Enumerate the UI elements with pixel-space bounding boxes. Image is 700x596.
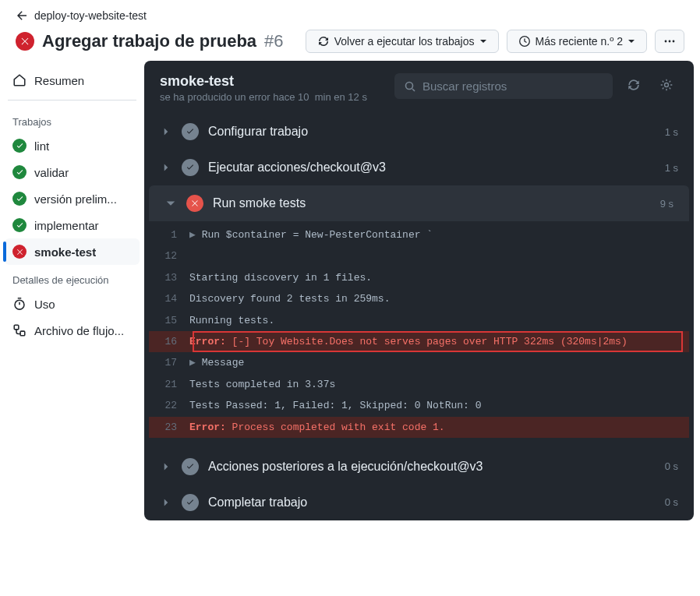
details-section-header: Detalles de ejecución bbox=[5, 265, 140, 291]
chevron-right-icon bbox=[160, 462, 172, 471]
line-number: 13 bbox=[149, 269, 189, 287]
refresh-logs-button[interactable] bbox=[622, 73, 645, 99]
line-text: Starting discovery in 1 files. bbox=[189, 269, 678, 287]
usage-link[interactable]: Uso bbox=[5, 291, 140, 317]
recent-run-label: Más reciente n.º 2 bbox=[536, 35, 624, 48]
job-smoke-test[interactable]: smoke-test bbox=[5, 238, 140, 265]
svg-rect-5 bbox=[14, 325, 19, 330]
job-subtitle: se ha producido un error hace 10 min en … bbox=[160, 91, 385, 103]
job-implementar[interactable]: implementar bbox=[5, 212, 140, 238]
chevron-right-icon bbox=[160, 127, 172, 136]
line-number: 17 bbox=[149, 354, 189, 372]
log-output: 1▶ Run $container = New-PesterContainer … bbox=[149, 221, 689, 449]
caret-down-icon bbox=[479, 37, 487, 45]
job-label: lint bbox=[34, 139, 49, 153]
clock-icon bbox=[518, 35, 531, 48]
step-row[interactable]: Run smoke tests9 s bbox=[149, 185, 689, 221]
log-line: 21Tests completed in 3.37s bbox=[149, 374, 689, 395]
job-label: validar bbox=[34, 166, 69, 179]
step-row[interactable]: Configurar trabajo1 s bbox=[144, 114, 694, 150]
line-number: 12 bbox=[149, 247, 189, 265]
run-title: Agregar trabajo de prueba bbox=[42, 31, 256, 51]
step-duration: 1 s bbox=[665, 126, 678, 138]
check-icon bbox=[182, 458, 199, 475]
search-icon bbox=[404, 80, 416, 93]
log-line: 22Tests Passed: 1, Failed: 1, Skipped: 0… bbox=[149, 395, 689, 416]
job-title: smoke-test bbox=[160, 73, 385, 90]
check-icon bbox=[182, 494, 199, 511]
step-label: Completar trabajo bbox=[208, 495, 656, 510]
kebab-icon bbox=[663, 35, 676, 48]
job-lint[interactable]: lint bbox=[5, 132, 140, 159]
svg-rect-6 bbox=[20, 331, 25, 336]
chevron-down-icon bbox=[164, 198, 177, 209]
log-settings-button[interactable] bbox=[655, 73, 678, 99]
x-icon bbox=[186, 195, 203, 212]
workflow-file-link[interactable]: Archivo de flujo... bbox=[5, 317, 140, 344]
step-row[interactable]: Acciones posteriores a la ejecución/chec… bbox=[144, 449, 694, 485]
line-text: ▶ Message bbox=[189, 354, 678, 372]
rerun-jobs-button[interactable]: Volver a ejecutar los trabajos bbox=[306, 30, 499, 53]
caret-down-icon bbox=[628, 37, 635, 45]
line-text bbox=[189, 247, 678, 265]
line-number: 21 bbox=[149, 376, 189, 393]
summary-label: Resumen bbox=[34, 74, 84, 87]
line-number: 16 bbox=[149, 333, 189, 351]
line-text: Error: [-] Toy Website.Does not serves p… bbox=[189, 333, 678, 351]
back-link[interactable]: deploy-toy-website-test bbox=[16, 9, 684, 22]
svg-point-2 bbox=[669, 41, 671, 43]
log-line: 12 bbox=[149, 245, 689, 266]
step-label: Run smoke tests bbox=[213, 196, 651, 210]
check-icon bbox=[12, 192, 27, 206]
check-icon bbox=[182, 159, 199, 176]
divider bbox=[8, 100, 136, 101]
search-input[interactable]: Buscar registros bbox=[394, 73, 613, 99]
sidebar: Resumen Trabajos lint validar versión pr… bbox=[0, 61, 144, 527]
chevron-right-icon bbox=[160, 498, 172, 507]
line-text: Error: Process completed with exit code … bbox=[189, 418, 678, 436]
job-version-prelim[interactable]: versión prelim... bbox=[5, 185, 140, 212]
rerun-jobs-label: Volver a ejecutar los trabajos bbox=[334, 35, 475, 48]
stopwatch-icon bbox=[12, 297, 27, 311]
line-text: Running tests. bbox=[189, 312, 678, 330]
run-number: #6 bbox=[264, 31, 283, 51]
more-actions-button[interactable] bbox=[655, 30, 684, 53]
step-row[interactable]: Completar trabajo0 s bbox=[144, 485, 694, 520]
line-number: 14 bbox=[149, 290, 189, 308]
line-number: 23 bbox=[149, 418, 189, 436]
home-icon bbox=[12, 73, 27, 87]
gear-icon bbox=[659, 78, 673, 92]
recent-run-button[interactable]: Más reciente n.º 2 bbox=[507, 30, 648, 53]
usage-label: Uso bbox=[34, 298, 55, 311]
check-icon bbox=[12, 139, 27, 153]
log-line: 16Error: [-] Toy Website.Does not serves… bbox=[149, 331, 689, 352]
log-line: 14Discovery found 2 tests in 259ms. bbox=[149, 288, 689, 309]
run-status-icon bbox=[16, 32, 34, 51]
job-label: implementar bbox=[34, 219, 99, 232]
jobs-section-header: Trabajos bbox=[5, 107, 140, 132]
step-duration: 0 s bbox=[665, 496, 678, 508]
step-duration: 1 s bbox=[665, 162, 678, 174]
step-duration: 0 s bbox=[665, 460, 678, 472]
workflow-icon bbox=[12, 323, 27, 337]
step-label: Configurar trabajo bbox=[208, 125, 656, 139]
job-validar[interactable]: validar bbox=[5, 159, 140, 185]
step-label: Acciones posteriores a la ejecución/chec… bbox=[208, 460, 656, 474]
svg-point-8 bbox=[665, 83, 669, 87]
arrow-left-icon bbox=[16, 9, 28, 22]
disclosure-icon[interactable]: ▶ bbox=[189, 229, 202, 241]
log-line: 23Error: Process completed with exit cod… bbox=[149, 417, 689, 438]
check-icon bbox=[182, 123, 199, 140]
job-label: smoke-test bbox=[34, 245, 96, 259]
svg-point-7 bbox=[406, 82, 413, 89]
log-line: 15Running tests. bbox=[149, 310, 689, 331]
svg-point-1 bbox=[665, 41, 667, 43]
summary-link[interactable]: Resumen bbox=[5, 67, 140, 93]
step-row[interactable]: Ejecutar acciones/checkout@v31 s bbox=[144, 150, 694, 185]
line-number: 22 bbox=[149, 397, 189, 414]
line-text: Tests completed in 3.37s bbox=[189, 376, 678, 393]
line-text: Tests Passed: 1, Failed: 1, Skipped: 0 N… bbox=[189, 397, 678, 414]
line-number: 1 bbox=[149, 226, 189, 244]
disclosure-icon[interactable]: ▶ bbox=[189, 357, 202, 369]
sync-icon bbox=[627, 78, 641, 92]
